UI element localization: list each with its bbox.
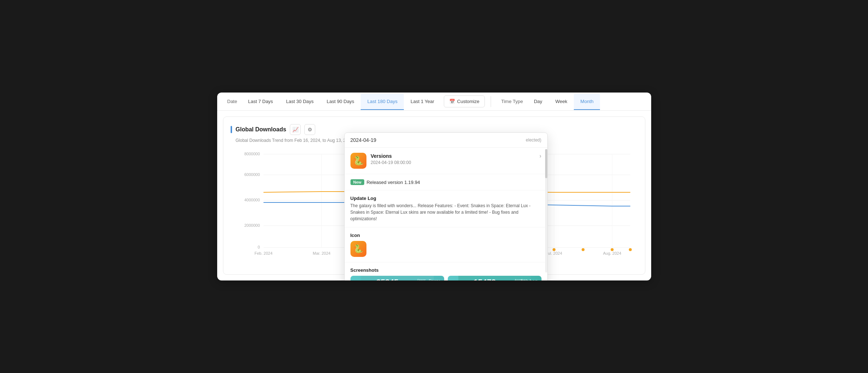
calendar-icon: 📅 — [449, 99, 455, 104]
screenshot-2-player: AyveAyve — [520, 279, 538, 280]
panel-header: 2024-04-19 elected) — [345, 133, 547, 148]
panel-screenshots-section: Screenshots 25345 Dogze — [345, 262, 547, 280]
panel-date: 2024-04-19 — [350, 137, 377, 143]
tab-week[interactable]: Week — [549, 94, 574, 110]
chart-title: Global Downloads — [236, 126, 287, 133]
chevron-right-icon[interactable]: › — [539, 153, 541, 159]
tab-last1year[interactable]: Last 1 Year — [404, 94, 441, 110]
tab-month[interactable]: Month — [574, 94, 600, 110]
settings-icon: ⚙ — [308, 127, 312, 132]
panel-scrollbar[interactable] — [545, 149, 547, 272]
chart-settings-button[interactable]: ⚙ — [304, 124, 315, 135]
screenshot-1[interactable]: 25345 Dogze 25345 Dogze — [350, 276, 444, 280]
svg-point-27 — [581, 248, 584, 251]
small-app-icon: 🐍 — [350, 241, 366, 257]
svg-point-29 — [629, 248, 632, 251]
screenshot-1-player: Dogze — [429, 279, 441, 280]
svg-text:0: 0 — [257, 245, 260, 249]
date-label: Date — [223, 99, 242, 104]
main-container: Date Last 7 Days Last 30 Days Last 90 Da… — [217, 93, 651, 280]
svg-text:4000000: 4000000 — [244, 198, 260, 202]
screenshots-label: Screenshots — [350, 267, 542, 273]
panel-body[interactable]: 🐍 Versions › 2024-04-19 08:00:00 Ne — [345, 148, 547, 280]
svg-text:2000000: 2000000 — [244, 223, 260, 228]
time-type-section: Time Type Day Week Month — [497, 94, 600, 110]
versions-date: 2024-04-19 08:00:00 — [371, 160, 542, 165]
panel-overlay: 2024-04-19 elected) 🐍 Versions › 2024-0 — [344, 132, 548, 280]
update-log-text: The galaxy is filled with wonders... Rel… — [350, 202, 542, 222]
screenshot-2[interactable]: 15473 AyveAyve — [448, 276, 542, 280]
versions-row: 🐍 Versions › 2024-04-19 08:00:00 — [350, 153, 542, 169]
panel-header-right: elected) — [526, 138, 542, 143]
icon-label: Icon — [350, 233, 542, 238]
toolbar-divider — [491, 96, 491, 107]
chart-title-accent — [231, 126, 232, 133]
content-area: Global Downloads 📈 ⚙ Global Downloads Tr… — [217, 111, 651, 280]
tab-last180[interactable]: Last 180 Days — [361, 94, 404, 110]
svg-text:Feb. 2024: Feb. 2024 — [254, 251, 272, 255]
chart-type-button[interactable]: 📈 — [290, 124, 301, 135]
panel-versions-section: 🐍 Versions › 2024-04-19 08:00:00 — [345, 148, 547, 174]
released-text: Released version 1.19.94 — [366, 180, 420, 185]
tab-last7[interactable]: Last 7 Days — [242, 94, 280, 110]
screenshot-2-num: 15473 — [483, 280, 507, 280]
update-log-title: Update Log — [350, 196, 542, 201]
customize-button[interactable]: 📅 Customize — [444, 95, 485, 107]
date-section: Date Last 7 Days Last 30 Days Last 90 Da… — [223, 94, 441, 110]
screenshots-row: 25345 Dogze 25345 Dogze — [350, 276, 542, 280]
customize-label: Customize — [457, 99, 479, 104]
time-type-label: Time Type — [497, 99, 527, 104]
svg-point-26 — [552, 248, 555, 251]
versions-content: Versions › 2024-04-19 08:00:00 — [371, 153, 542, 165]
svg-text:8000000: 8000000 — [244, 152, 260, 156]
toolbar: Date Last 7 Days Last 30 Days Last 90 Da… — [217, 93, 651, 111]
tab-day[interactable]: Day — [527, 94, 549, 110]
svg-point-28 — [611, 248, 613, 251]
line-chart-icon: 📈 — [292, 127, 299, 132]
panel-scrollbar-thumb[interactable] — [545, 149, 547, 178]
svg-text:6000000: 6000000 — [244, 172, 260, 177]
panel-update-log-section: Update Log The galaxy is filled with won… — [345, 190, 547, 228]
svg-text:Dogze: Dogze — [417, 278, 426, 280]
svg-text:Aug. 2024: Aug. 2024 — [603, 251, 621, 255]
panel-released-section: New Released version 1.19.94 — [345, 174, 547, 190]
tab-last30[interactable]: Last 30 Days — [280, 94, 320, 110]
versions-title: Versions — [371, 153, 392, 159]
badge-new: New — [350, 179, 365, 185]
svg-text:Mar. 2024: Mar. 2024 — [313, 251, 330, 255]
versions-title-row: Versions › — [371, 153, 542, 159]
tab-last90[interactable]: Last 90 Days — [320, 94, 361, 110]
app-icon: 🐍 — [350, 153, 366, 169]
screenshot-1-num: 25345 — [385, 280, 409, 280]
panel-icon-section: Icon 🐍 — [345, 228, 547, 262]
svg-text:Jul. 2024: Jul. 2024 — [546, 251, 562, 255]
